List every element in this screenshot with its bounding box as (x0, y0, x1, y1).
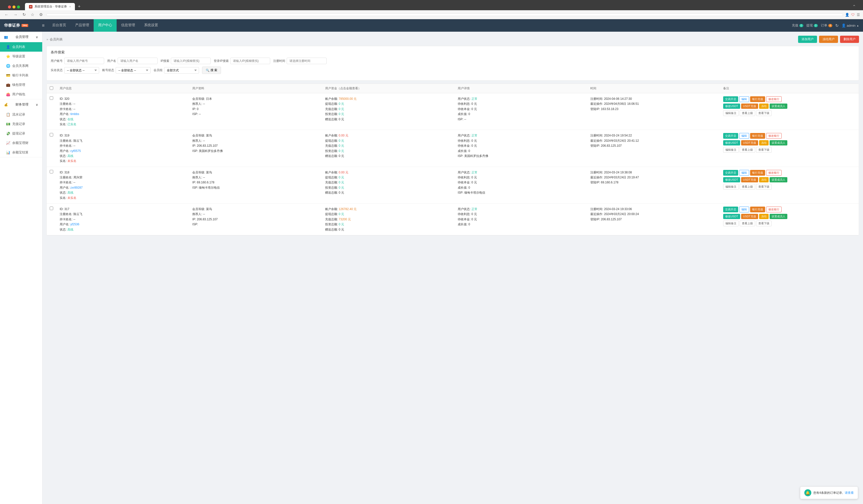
login-ip-input[interactable] (230, 57, 270, 64)
bank-recharge-btn[interactable]: 银行充值 (750, 96, 765, 102)
sidebar-item-yuebao[interactable]: 📈 余额宝理财 (0, 138, 42, 148)
freeze-btn[interactable]: 冻结 (759, 104, 768, 109)
sidebar-item-wallet-mgmt[interactable]: 💼 钱包管理 (0, 80, 42, 90)
freeze-btn[interactable]: 冻结 (759, 177, 768, 182)
sidebar-item-user-wallet[interactable]: 👛 用户钱包 (0, 90, 42, 99)
nav-item-settings[interactable]: 系统设置 (140, 19, 163, 32)
nav-item-users[interactable]: 用户中心 (93, 19, 117, 32)
set-member-btn[interactable]: 设置成员人 (770, 140, 787, 145)
nav-item-info[interactable]: 信息管理 (117, 19, 140, 32)
row-select-checkbox[interactable] (50, 133, 53, 137)
expand-btn[interactable]: ⌃ (850, 4, 858, 10)
account-status-select[interactable]: -- 全部状态 -- (116, 67, 151, 74)
menu-btn[interactable]: ☰ (857, 13, 860, 17)
sidebar-item-level-settings[interactable]: ⭐ 等级设置 (0, 52, 42, 61)
sidebar-header-members[interactable]: 👥 会员管理 ∨ (0, 32, 42, 42)
trade-start-btn[interactable]: 交易开启 (723, 96, 738, 102)
bookmark-btn[interactable]: ☆ (29, 12, 36, 17)
shield-icon[interactable]: 🛡 (851, 13, 855, 17)
username-link[interactable]: zxr89287 (71, 186, 83, 189)
add-user-button[interactable]: 添加用户 (798, 36, 817, 43)
sidebar-item-transaction-records[interactable]: 📋 流水记录 (0, 110, 42, 119)
sidebar-item-yuebao-settlement[interactable]: 📊 余额宝结算 (0, 148, 42, 157)
bank-recharge-btn[interactable]: 银行充值 (750, 133, 765, 139)
refresh-btn[interactable]: ↻ (21, 12, 27, 17)
edit-note-btn[interactable]: 编辑备注 (723, 184, 739, 190)
modify-bank-btn[interactable]: 修改银行 (766, 207, 781, 212)
profile-btn[interactable]: 👤 (845, 13, 849, 17)
edit-btn[interactable]: 编辑 (739, 96, 749, 102)
nav-item-products[interactable]: 产品管理 (71, 19, 93, 32)
edit-note-btn[interactable]: 编辑备注 (723, 221, 739, 226)
set-member-btn[interactable]: 设置成员人 (770, 177, 787, 182)
row-select-checkbox[interactable] (50, 96, 53, 100)
view-child-btn[interactable]: 查看下级 (756, 147, 772, 153)
account-input[interactable] (64, 57, 104, 64)
trade-start-btn[interactable]: 交易开启 (723, 170, 738, 176)
modify-bank-btn[interactable]: 修改银行 (766, 133, 781, 139)
modify-bank-btn[interactable]: 修改银行 (766, 96, 781, 102)
set-member-btn[interactable]: 设置成员人 (770, 214, 787, 219)
view-child-btn[interactable]: 查看下级 (756, 221, 772, 226)
freeze-user-button[interactable]: 冻结用户 (819, 36, 838, 43)
member-group-select[interactable]: 全部方式 (164, 67, 199, 74)
view-parent-btn[interactable]: 查看上级 (740, 110, 755, 116)
notification-link[interactable]: 请查看 (845, 491, 854, 495)
ip-input[interactable] (171, 57, 211, 64)
close-tab-btn[interactable]: × (69, 5, 71, 9)
reg-time-input[interactable] (287, 57, 327, 64)
edit-btn[interactable]: 编辑 (739, 133, 749, 139)
modify-bank-btn[interactable]: 修改银行 (766, 170, 781, 176)
row-select-checkbox[interactable] (50, 207, 53, 210)
active-browser-tab[interactable]: H 系统管理后台 · 华泰证券 × (25, 3, 75, 10)
close-window-btn[interactable] (8, 5, 11, 9)
edit-note-btn[interactable]: 编辑备注 (723, 110, 739, 116)
modify-usdt-btn[interactable]: 修改USDT (723, 140, 740, 145)
set-member-btn[interactable]: 设置成员人 (770, 104, 787, 109)
trade-start-btn[interactable]: 交易开启 (723, 207, 738, 212)
address-bar[interactable] (46, 13, 843, 16)
sidebar-item-member-network[interactable]: 🌐 会员关系网 (0, 61, 42, 70)
recharge-btn[interactable]: 充值 0 (792, 23, 803, 28)
bank-recharge-btn[interactable]: 银行充值 (750, 170, 765, 176)
forward-btn[interactable]: → (12, 12, 19, 17)
select-all-checkbox[interactable] (50, 86, 53, 90)
sidebar-item-withdraw-records[interactable]: 💸 提现记录 (0, 129, 42, 138)
view-child-btn[interactable]: 查看下级 (756, 110, 772, 116)
new-tab-btn[interactable]: + (76, 3, 83, 10)
back-btn[interactable]: ← (3, 12, 10, 17)
sidebar-item-recharge-records[interactable]: 💵 充值记录 (0, 119, 42, 129)
row-select-checkbox[interactable] (50, 170, 53, 173)
freeze-btn[interactable]: 冻结 (759, 214, 768, 219)
admin-menu-btn[interactable]: 👤 admin ▲ (841, 24, 859, 27)
order-btn[interactable]: 订单 4 (821, 23, 832, 28)
view-parent-btn[interactable]: 查看上级 (740, 221, 755, 226)
nav-item-dashboard[interactable]: 后台首页 (48, 19, 71, 32)
extensions-btn[interactable]: ⚙ (38, 12, 44, 17)
withdraw-btn[interactable]: 提现 0 (806, 23, 818, 28)
username-link[interactable]: cyf0575 (71, 149, 81, 153)
sidebar-item-member-list[interactable]: 👤 会员列表 (0, 42, 42, 52)
usdt-recharge-btn[interactable]: USDT充值 (741, 140, 758, 145)
sidebar-header-finance[interactable]: 💰 财务管理 ∨ (0, 99, 42, 110)
view-parent-btn[interactable]: 查看上级 (740, 184, 755, 190)
username-link[interactable]: timbbs (71, 112, 79, 116)
usdt-recharge-btn[interactable]: USDT充值 (741, 177, 758, 182)
username-link[interactable]: yf2536 (71, 222, 79, 226)
view-parent-btn[interactable]: 查看上级 (740, 147, 755, 153)
nav-toggle-btn[interactable]: ≡ (39, 23, 48, 28)
freeze-btn[interactable]: 冻结 (759, 140, 768, 145)
usdt-recharge-btn[interactable]: USDT充值 (741, 214, 758, 219)
sidebar-item-bank-cards[interactable]: 💳 银行卡列表 (0, 70, 42, 80)
page-refresh-btn[interactable]: ↻ (835, 23, 839, 28)
modify-usdt-btn[interactable]: 修改USDT (723, 104, 740, 109)
username-input[interactable] (117, 57, 158, 64)
realname-select[interactable]: -- 全部状态 -- (64, 67, 99, 74)
edit-note-btn[interactable]: 编辑备注 (723, 147, 739, 153)
search-button[interactable]: 🔍 搜 索 (202, 67, 221, 74)
modify-usdt-btn[interactable]: 修改USDT (723, 214, 740, 219)
maximize-window-btn[interactable] (17, 5, 20, 9)
modify-usdt-btn[interactable]: 修改USDT (723, 177, 740, 182)
edit-btn[interactable]: 编辑 (739, 170, 749, 176)
usdt-recharge-btn[interactable]: USDT充值 (741, 104, 758, 109)
